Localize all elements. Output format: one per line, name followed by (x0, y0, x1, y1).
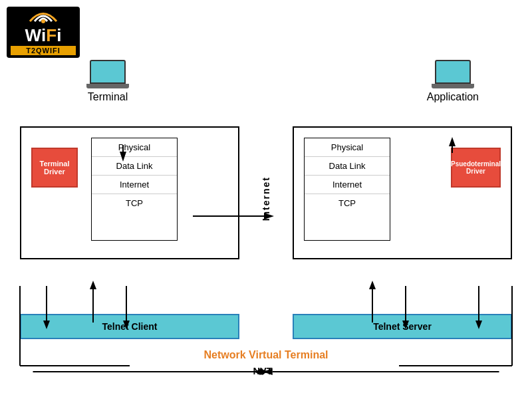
internet-label-text: Internet (261, 176, 271, 221)
svg-marker-14 (90, 281, 96, 289)
application-laptop: Application (427, 60, 479, 103)
internet-label-area: Internet (236, 176, 296, 221)
left-main-box: Terminal Driver Physical Data Link Inter… (20, 126, 239, 259)
laptop-screen-left (90, 60, 126, 84)
right-stack-internet: Internet (305, 176, 390, 194)
right-main-box: Physical Data Link Internet TCP Psuedote… (293, 126, 512, 259)
svg-marker-22 (369, 281, 376, 289)
laptop-screen-right (435, 60, 471, 84)
left-protocol-stack: Physical Data Link Internet TCP (91, 138, 178, 241)
telnet-server-box: Telnet Server (293, 314, 512, 339)
application-label: Application (427, 91, 479, 103)
nvt-section: Network Virtual Terminal NVT (20, 349, 512, 389)
nvt-full-label: Network Virtual Terminal (203, 349, 328, 361)
left-stack-tcp: TCP (92, 194, 177, 212)
terminal-driver-label: Terminal Driver (39, 160, 69, 176)
right-stack-physical: Physical (305, 138, 390, 157)
terminal-label: Terminal (88, 91, 128, 103)
svg-point-0 (41, 19, 45, 23)
logo: W i F i T2QWIFI (7, 7, 80, 53)
wifi-arc-icon (27, 9, 60, 24)
t2q-label: T2QWIFI (11, 46, 76, 55)
telnet-server-label: Telnet Server (373, 321, 432, 332)
left-stack-datalink: Data Link (92, 157, 177, 176)
laptop-base-right (432, 84, 474, 88)
left-stack-internet: Internet (92, 176, 177, 194)
right-stack-tcp: TCP (305, 194, 390, 212)
right-stack-datalink: Data Link (305, 157, 390, 176)
diagram: Terminal Application Terminal Driver Phy… (13, 60, 519, 392)
nvt-arrow-row: NVT (20, 364, 512, 380)
pseudo-driver-label: Psuedoterminal Driver (451, 160, 501, 175)
pseudo-driver-box: Psuedoterminal Driver (451, 148, 501, 188)
nvt-arrows-svg: NVT (20, 364, 512, 380)
telnet-client-label: Telnet Client (102, 321, 158, 332)
right-protocol-stack: Physical Data Link Internet TCP (304, 138, 390, 241)
telnet-client-box: Telnet Client (20, 314, 239, 339)
terminal-laptop: Terminal (86, 60, 129, 103)
laptop-base-left (86, 84, 129, 88)
terminal-driver-box: Terminal Driver (31, 148, 78, 188)
left-stack-physical: Physical (92, 138, 177, 157)
